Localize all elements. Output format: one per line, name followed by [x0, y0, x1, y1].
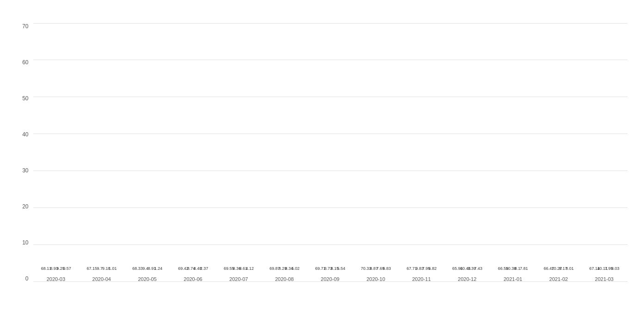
bar-value-edge: 5.54 [337, 266, 345, 271]
chart-area: 010203040506070 68.118.939.250.572020-03… [33, 23, 627, 282]
month-group: 69.718.738.155.542020-09 [316, 23, 344, 282]
y-axis-label: 60 [12, 59, 29, 66]
month-group: 70.338.877.695.832020-10 [362, 23, 390, 282]
bar-value-edge: 8.01 [565, 266, 574, 271]
month-label: 2020-08 [275, 276, 294, 282]
month-label: 2020-07 [229, 276, 248, 282]
bar-value-edge: 5.83 [383, 266, 391, 271]
month-label: 2021-02 [549, 276, 568, 282]
chart-container: 010203040506070 68.118.939.250.572020-03… [8, 5, 637, 319]
month-label: 2020-05 [138, 276, 156, 282]
month-group: 67.159.79.181.012020-04 [88, 23, 116, 282]
month-label: 2020-12 [458, 276, 476, 282]
y-axis-label: 20 [12, 203, 29, 210]
y-axis-label: 50 [12, 95, 29, 102]
month-group: 69.558.368.614.122020-07 [225, 23, 252, 282]
bar-value-edge: 7.43 [474, 266, 483, 271]
bar-value-edge: 1.24 [154, 266, 163, 271]
y-axis-label: 40 [12, 131, 29, 138]
y-axis: 010203040506070 [12, 23, 29, 282]
month-group: 68.339.48.911.242020-05 [134, 23, 161, 282]
month-group: 65.9610.438.397.432020-12 [454, 23, 481, 282]
month-label: 2021-01 [503, 276, 522, 282]
bar-value-edge: 2.37 [200, 266, 209, 271]
month-group: 69.428.748.482.372020-06 [179, 23, 207, 282]
month-group: 66.5910.388.17.812021-01 [499, 23, 527, 282]
month-group: 67.1410.117.958.032021-03 [590, 23, 618, 282]
month-label: 2021-03 [595, 276, 613, 282]
month-group: 68.118.939.250.572020-03 [42, 23, 70, 282]
bar-value-chrome: 67.15 [87, 266, 98, 271]
bar-value-edge: 0.57 [63, 266, 71, 271]
month-label: 2020-09 [321, 276, 339, 282]
month-label: 2020-06 [184, 276, 202, 282]
month-label: 2020-10 [367, 276, 385, 282]
month-label: 2020-03 [47, 276, 65, 282]
bar-value-edge: 6.82 [429, 266, 437, 271]
bar-value-edge: 5.02 [291, 266, 300, 271]
bar-value-chrome: 68.33 [132, 266, 143, 271]
month-label: 2020-11 [412, 276, 430, 282]
month-group: 67.719.837.956.822020-11 [408, 23, 435, 282]
y-axis-label: 70 [12, 23, 29, 30]
y-axis-label: 10 [12, 239, 29, 246]
bar-value-edge: 4.12 [246, 266, 254, 271]
month-group: 69.878.298.345.022020-08 [270, 23, 298, 282]
month-group: 66.4710.278.178.012021-02 [545, 23, 572, 282]
month-label: 2020-04 [92, 276, 111, 282]
y-axis-label: 30 [12, 167, 29, 174]
bar-value-edge: 8.03 [611, 266, 619, 271]
bar-value-edge: 1.01 [109, 266, 117, 271]
bar-value-edge: 7.81 [520, 266, 528, 271]
y-axis-label: 0 [12, 275, 29, 282]
bars-wrapper: 68.118.939.250.572020-0367.159.79.181.01… [33, 23, 627, 282]
